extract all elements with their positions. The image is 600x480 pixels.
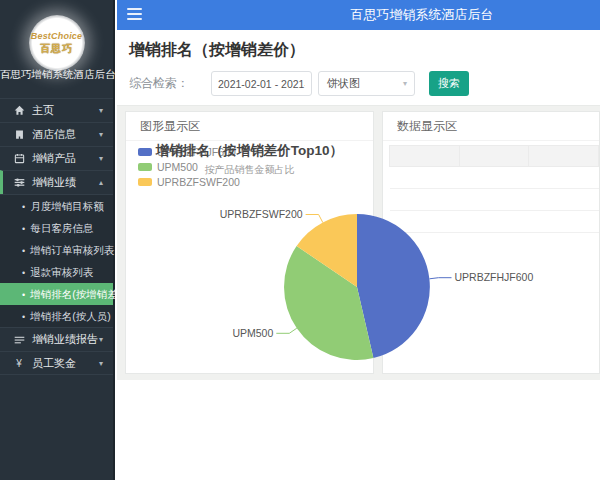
panel-strip: 图形显示区 UPRBZFHJF600 UPM500 UP <box>117 105 600 380</box>
pie-slice-label: UPRBZFHJF600 <box>455 271 534 283</box>
sidebar-item-upsell-products[interactable]: 增销产品 ▾ <box>0 146 113 170</box>
brand-logo-cn: 百思巧 <box>40 42 73 56</box>
pie-label-line <box>276 328 297 333</box>
sidebar-submenu-upsell-performance: •月度增销目标额 •每日客房信息 •增销订单审核列表 •退款审核列表 •增销排名… <box>0 194 113 327</box>
pie-label-line <box>430 278 452 279</box>
pie-slice-label: UPRBZFSWF200 <box>220 208 303 220</box>
chevron-up-icon: ▴ <box>99 171 103 194</box>
sidebar-subitem-label: 退款审核列表 <box>30 266 93 278</box>
sidebar-item-label: 主页 <box>32 99 54 122</box>
sidebar-subitem-order-audit-list[interactable]: •增销订单审核列表 <box>0 239 113 261</box>
main-area: 百思巧增销系统酒店后台 增销排名（按增销差价） 综合检索： 饼状图 ▾ 搜索 图… <box>117 0 600 480</box>
chevron-down-icon: ▾ <box>99 328 103 351</box>
logo-area: BestChoice 百思巧 百思巧增销系统酒店后台 <box>0 0 113 96</box>
sidebar-subitem-label: 增销排名(按人员) <box>30 310 111 322</box>
product-icon <box>13 153 25 165</box>
sidebar-item-hotel-info[interactable]: 酒店信息 ▾ <box>0 122 113 146</box>
chevron-down-icon: ▾ <box>99 123 103 146</box>
date-range-input[interactable] <box>211 71 312 96</box>
sidebar-item-label: 酒店信息 <box>32 123 76 146</box>
sidebar-item-label: 员工奖金 <box>32 352 76 375</box>
brand-logo: BestChoice 百思巧 <box>29 15 85 71</box>
chevron-down-icon: ▾ <box>99 352 103 375</box>
sidebar-subitem-refund-audit-list[interactable]: •退款审核列表 <box>0 261 113 283</box>
sidebar-subitem-label: 每日客房信息 <box>30 222 93 234</box>
sidebar-subitem-daily-room-info[interactable]: •每日客房信息 <box>0 217 113 239</box>
sidebar-subitem-label: 增销订单审核列表 <box>30 244 114 256</box>
brand-caption: 百思巧增销系统酒店后台 <box>0 68 113 82</box>
chart-type-selected-value: 饼状图 <box>327 77 360 89</box>
chart-panel: 图形显示区 UPRBZFHJF600 UPM500 UP <box>125 111 374 374</box>
hotel-icon <box>13 129 25 141</box>
sidebar-item-label: 增销产品 <box>32 147 76 170</box>
sidebar-menu: 主页 ▾ 酒店信息 ▾ 增销产品 ▾ 增 <box>0 98 113 375</box>
sidebar-item-label: 增销业绩 <box>32 171 76 194</box>
chevron-down-icon: ▾ <box>99 147 103 170</box>
sidebar-subitem-monthly-target[interactable]: •月度增销目标额 <box>0 195 113 217</box>
sidebar-subitem-ranking-by-person[interactable]: •增销排名(按人员) <box>0 305 113 327</box>
bullet-icon: • <box>22 224 25 234</box>
sidebar-item-home[interactable]: 主页 ▾ <box>0 98 113 122</box>
page-title: 增销排名（按增销差价） <box>129 40 600 61</box>
sidebar-subitem-label: 月度增销目标额 <box>30 200 104 212</box>
sidebar-item-upsell-performance[interactable]: 增销业绩 ▴ <box>0 170 113 194</box>
chart-panel-title: 图形显示区 <box>126 112 373 141</box>
bullet-icon: • <box>22 202 25 212</box>
pie-svg: UPRBZFHJF600UPM500UPRBZFSWF200 <box>126 141 578 373</box>
sidebar-subitem-ranking-by-price-diff[interactable]: •增销排名(按增销差价) <box>0 283 113 305</box>
chart-type-select[interactable]: 饼状图 ▾ <box>318 71 415 96</box>
pie-slice-label: UPM500 <box>232 327 273 339</box>
performance-icon <box>13 177 25 189</box>
brand-logo-script: BestChoice <box>31 31 83 41</box>
sidebar-item-employee-bonus[interactable]: ¥ 员工奖金 ▾ <box>0 351 113 375</box>
chevron-down-icon: ▾ <box>99 99 103 122</box>
sidebar-item-performance-report[interactable]: 增销业绩报告 ▾ <box>0 327 113 351</box>
filter-row: 综合检索： 饼状图 ▾ 搜索 <box>117 61 600 105</box>
yen-icon: ¥ <box>13 357 25 369</box>
chevron-down-icon: ▾ <box>403 72 407 95</box>
pie-chart: UPRBZFHJF600 UPM500 UPRBZFSWF200 增销排名（按增… <box>126 141 373 373</box>
hamburger-menu-icon[interactable] <box>127 8 142 21</box>
home-icon <box>13 105 25 117</box>
sidebar-item-label: 增销业绩报告 <box>32 328 98 351</box>
sidebar: BestChoice 百思巧 百思巧增销系统酒店后台 主页 ▾ 酒店信息 ▾ <box>0 0 115 480</box>
app-window: BestChoice 百思巧 百思巧增销系统酒店后台 主页 ▾ 酒店信息 ▾ <box>0 0 600 480</box>
data-panel-title: 数据显示区 <box>383 112 599 141</box>
search-label: 综合检索： <box>129 75 189 92</box>
bullet-icon: • <box>22 268 25 278</box>
search-button[interactable]: 搜索 <box>429 71 469 96</box>
pie-label-line <box>306 215 323 223</box>
bullet-icon: • <box>22 290 25 300</box>
report-icon <box>13 334 25 346</box>
topbar-title: 百思巧增销系统酒店后台 <box>351 0 494 30</box>
bullet-icon: • <box>22 246 25 256</box>
bullet-icon: • <box>22 312 25 322</box>
topbar: 百思巧增销系统酒店后台 <box>117 0 600 30</box>
